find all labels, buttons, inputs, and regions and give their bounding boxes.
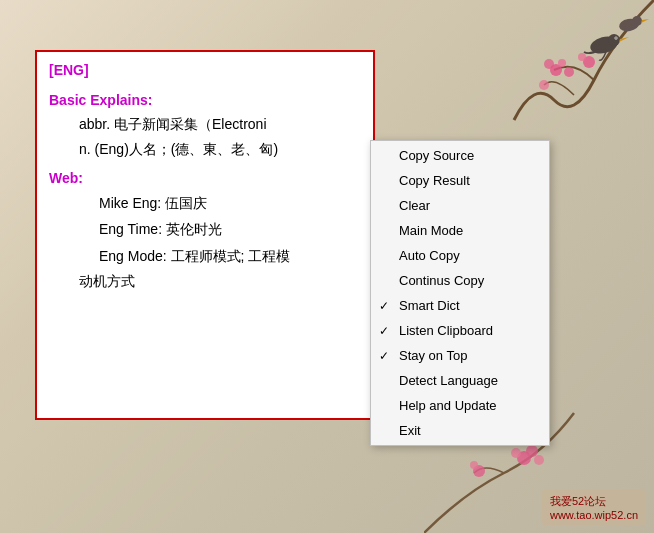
menu-item-label-main-mode: Main Mode	[399, 223, 463, 238]
web-label: Web:	[49, 170, 361, 186]
web-entry-1: Eng Time: 英伦时光	[99, 218, 361, 240]
menu-item-copy-result[interactable]: Copy Result	[371, 168, 549, 193]
lang-tag: [ENG]	[49, 62, 361, 78]
svg-point-14	[511, 448, 521, 458]
svg-point-4	[539, 80, 549, 90]
menu-item-continus-copy[interactable]: Continus Copy	[371, 268, 549, 293]
watermark-line2: www.tao.wip52.cn	[550, 509, 638, 521]
dict-entry-1: n. (Eng)人名；(德、東、老、匈)	[79, 139, 361, 160]
menu-item-label-detect-language: Detect Language	[399, 373, 498, 388]
svg-point-2	[558, 59, 566, 67]
svg-point-8	[608, 34, 620, 46]
menu-item-label-stay-on-top: Stay on Top	[399, 348, 467, 363]
menu-item-stay-on-top[interactable]: ✓Stay on Top	[371, 343, 549, 368]
menu-item-label-smart-dict: Smart Dict	[399, 298, 460, 313]
basic-explains-label: Basic Explains:	[49, 92, 361, 108]
svg-point-12	[632, 16, 642, 26]
menu-item-label-copy-source: Copy Source	[399, 148, 474, 163]
dict-window: [ENG] Basic Explains: abbr. 电子新闻采集（Elect…	[35, 50, 375, 420]
menu-item-label-listen-clipboard: Listen Clipboard	[399, 323, 493, 338]
dict-content: [ENG] Basic Explains: abbr. 电子新闻采集（Elect…	[37, 52, 373, 418]
watermark-line1: 我爱52论坛	[550, 494, 638, 509]
extra-text: 动机方式	[79, 271, 361, 292]
svg-point-16	[534, 455, 544, 465]
web-entry-0: Mike Eng: 伍国庆	[99, 192, 361, 214]
menu-item-help-and-update[interactable]: Help and Update	[371, 393, 549, 418]
menu-item-label-auto-copy: Auto Copy	[399, 248, 460, 263]
svg-point-6	[578, 53, 586, 61]
svg-point-1	[544, 59, 554, 69]
svg-point-15	[526, 445, 538, 457]
context-menu: Copy SourceCopy ResultClearMain ModeAuto…	[370, 140, 550, 446]
svg-point-18	[470, 461, 478, 469]
menu-item-listen-clipboard[interactable]: ✓Listen Clipboard	[371, 318, 549, 343]
menu-item-detect-language[interactable]: Detect Language	[371, 368, 549, 393]
menu-item-label-clear: Clear	[399, 198, 430, 213]
menu-item-smart-dict[interactable]: ✓Smart Dict	[371, 293, 549, 318]
svg-point-3	[564, 67, 574, 77]
web-entry-2: Eng Mode: 工程师模式; 工程模	[99, 245, 361, 267]
menu-item-auto-copy[interactable]: Auto Copy	[371, 243, 549, 268]
menu-item-clear[interactable]: Clear	[371, 193, 549, 218]
menu-item-main-mode[interactable]: Main Mode	[371, 218, 549, 243]
web-section: Web: Mike Eng: 伍国庆 Eng Time: 英伦时光 Eng Mo…	[49, 170, 361, 292]
svg-point-10	[615, 37, 617, 39]
menu-item-label-help-and-update: Help and Update	[399, 398, 497, 413]
menu-item-copy-source[interactable]: Copy Source	[371, 143, 549, 168]
menu-item-exit[interactable]: Exit	[371, 418, 549, 443]
watermark: 我爱52论坛 www.tao.wip52.cn	[542, 490, 646, 525]
menu-item-label-copy-result: Copy Result	[399, 173, 470, 188]
dict-entry-0: abbr. 电子新闻采集（Electroni	[79, 114, 361, 135]
menu-item-label-continus-copy: Continus Copy	[399, 273, 484, 288]
menu-item-label-exit: Exit	[399, 423, 421, 438]
